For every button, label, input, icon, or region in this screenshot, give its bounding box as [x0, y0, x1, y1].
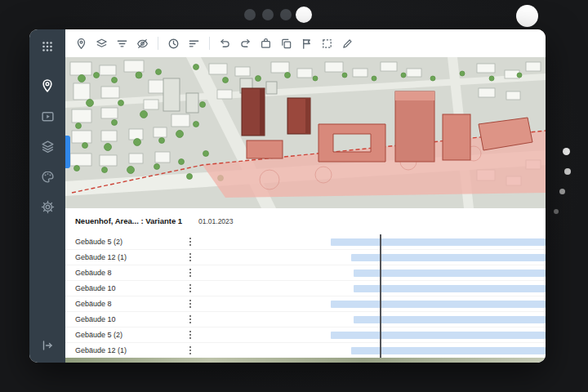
row-label: Gebäude 12 (1) [75, 346, 127, 354]
frame-dot [244, 9, 256, 20]
row-label: Gebäude 10 [75, 284, 116, 292]
bag-button[interactable] [256, 34, 275, 53]
frame-circle [296, 7, 312, 23]
sidebar-collapse-button[interactable] [36, 335, 59, 356]
duplicate-icon [280, 38, 292, 50]
main-area: Neuenhof, Area... : Variante 1 01.01.202… [65, 29, 546, 363]
row-menu-button[interactable] [185, 314, 196, 325]
layers-button[interactable] [92, 34, 111, 53]
draw-pen-icon [341, 38, 354, 50]
sidebar-item-palette[interactable] [36, 166, 59, 187]
gantt-bar[interactable] [331, 238, 546, 246]
sidebar-item-media[interactable] [36, 105, 59, 127]
filter-list-button[interactable] [113, 34, 131, 53]
row-menu-button[interactable] [185, 345, 196, 356]
undo-button[interactable] [216, 34, 234, 53]
row-menu-button[interactable] [185, 329, 196, 341]
redo-icon [239, 38, 252, 50]
apps-menu-button[interactable] [36, 36, 59, 57]
frame-dot [564, 168, 571, 175]
flag-pin-button[interactable] [297, 34, 316, 53]
undo-icon [219, 38, 231, 50]
filter-list-icon [116, 38, 128, 50]
map-pin-button[interactable] [72, 34, 91, 53]
table-row[interactable]: Gebäude 5 (2) [65, 234, 546, 250]
viewport-slider[interactable] [65, 136, 70, 168]
layers-icon [41, 140, 55, 154]
sidebar-item-settings[interactable] [36, 196, 59, 217]
map-pin-icon [75, 38, 87, 50]
row-menu-button[interactable] [185, 236, 196, 247]
gantt-bar[interactable] [331, 332, 546, 339]
sort-button[interactable] [185, 34, 203, 53]
eye-off-button[interactable] [133, 34, 152, 53]
frame-dot [554, 209, 559, 214]
sidebar-item-layers[interactable] [36, 136, 59, 157]
gantt-bar[interactable] [354, 270, 546, 277]
draw-pen-button[interactable] [338, 34, 357, 53]
row-menu-button[interactable] [185, 252, 196, 263]
toolbar-divider [209, 37, 210, 50]
table-row[interactable]: Gebäude 12 (1) [65, 250, 546, 265]
layers-icon [96, 38, 108, 50]
city-scene [65, 57, 546, 208]
row-label: Gebäude 12 (1) [75, 253, 127, 261]
row-menu-button[interactable] [185, 283, 196, 294]
table-row[interactable]: Gebäude 8 [65, 265, 546, 281]
gantt-panel: Neuenhof, Area... : Variante 1 01.01.202… [65, 208, 546, 363]
left-sidebar [29, 29, 65, 363]
history-clock-icon [167, 38, 180, 50]
frame-dot [280, 9, 292, 20]
row-label: Gebäude 10 [75, 315, 116, 323]
app-window: Neuenhof, Area... : Variante 1 01.01.202… [29, 29, 546, 363]
select-area-button[interactable] [318, 34, 336, 53]
table-row[interactable]: Gebäude 5 (2) [65, 327, 546, 343]
row-label: Gebäude 8 [75, 269, 112, 277]
frame-dot [559, 189, 565, 194]
media-view-icon [41, 109, 55, 123]
secondary-view-strip [65, 358, 546, 363]
panel-date: 01.01.2023 [198, 217, 234, 225]
gantt-bar[interactable] [331, 301, 546, 308]
row-label: Gebäude 8 [75, 300, 112, 308]
settings-gear-icon [41, 200, 55, 214]
sidebar-item-location[interactable] [36, 75, 59, 96]
toolbar-divider [158, 37, 158, 50]
palette-icon [41, 170, 55, 184]
frame-circle [516, 5, 538, 27]
timeline-marker[interactable] [380, 234, 381, 358]
collapse-exit-icon [41, 339, 54, 352]
table-row[interactable]: Gebäude 10 [65, 281, 546, 296]
row-menu-button[interactable] [185, 298, 196, 310]
viewport-toolbar [65, 29, 546, 57]
history-clock-button[interactable] [164, 34, 183, 53]
bag-icon [260, 38, 272, 50]
table-row[interactable]: Gebäude 10 [65, 312, 546, 327]
frame-dot [262, 9, 274, 20]
gantt-bar[interactable] [354, 285, 546, 292]
sort-icon [188, 38, 200, 50]
gantt-rows: Gebäude 5 (2) Gebäude 12 (1) Gebäude 8 G… [65, 234, 546, 363]
select-area-icon [321, 38, 333, 50]
frame-dot [563, 148, 570, 155]
redo-button[interactable] [236, 34, 255, 53]
location-pin-icon [40, 78, 55, 93]
table-row[interactable]: Gebäude 12 (1) [65, 343, 546, 359]
gantt-bar[interactable] [354, 316, 546, 323]
apps-grid-icon [41, 40, 54, 53]
table-row[interactable]: Gebäude 8 [65, 296, 546, 312]
3d-viewport[interactable] [65, 57, 546, 208]
row-menu-button[interactable] [185, 267, 196, 278]
row-label: Gebäude 5 (2) [75, 238, 122, 246]
flag-pin-icon [301, 38, 313, 50]
device-mockup: { "sidebar": { "icons": ["apps-grid", "l… [0, 0, 588, 392]
row-label: Gebäude 5 (2) [75, 331, 122, 339]
panel-title: Neuenhof, Area... : Variante 1 [75, 216, 182, 225]
eye-off-icon [136, 38, 149, 50]
duplicate-button[interactable] [277, 34, 296, 53]
